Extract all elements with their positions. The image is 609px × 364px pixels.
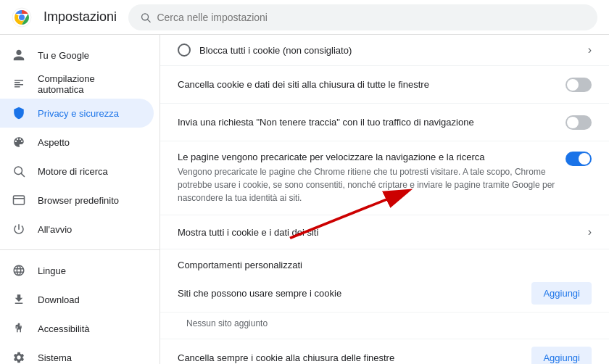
svg-point-2 bbox=[19, 15, 25, 20]
cancella-cookie-toggle[interactable] bbox=[566, 78, 592, 92]
accessibility-icon bbox=[12, 321, 26, 336]
cancella-chiusura-subsection: Cancella sempre i cookie alla chiusura d… bbox=[160, 339, 609, 364]
sidebar-label: All'avvio bbox=[38, 224, 72, 235]
page-title: Impostazioni bbox=[44, 9, 117, 25]
sidebar-label: Accessibilità bbox=[38, 323, 90, 334]
search-icon bbox=[12, 164, 26, 178]
subsection-label: Cancella sempre i cookie alla chiusura d… bbox=[178, 352, 531, 363]
sidebar-label: Compilazione automatica bbox=[38, 73, 142, 95]
sidebar-item-download[interactable]: Download bbox=[0, 285, 154, 314]
empty-text: Nessun sito aggiunto bbox=[160, 313, 609, 339]
globe-icon bbox=[12, 263, 26, 278]
sidebar-label: Tu e Google bbox=[38, 50, 89, 61]
svg-rect-7 bbox=[14, 196, 25, 204]
chevron-right-icon: › bbox=[588, 226, 592, 239]
cancella-cookie-row: Cancella cookie e dati dei siti alla chi… bbox=[160, 66, 609, 104]
svg-line-4 bbox=[148, 19, 151, 22]
subsection-label: Siti che possono usare sempre i cookie bbox=[178, 288, 531, 299]
sidebar-label: Download bbox=[38, 294, 80, 305]
siti-cookie-subsection: Siti che possono usare sempre i cookie A… bbox=[160, 275, 609, 313]
non-traccia-toggle[interactable] bbox=[566, 115, 592, 130]
link-label: Mostra tutti i cookie e i dati dei siti bbox=[178, 227, 588, 238]
sidebar-label: Motore di ricerca bbox=[38, 166, 108, 177]
sidebar-item-lingue[interactable]: Lingue bbox=[0, 256, 154, 285]
sidebar-item-tu-e-google[interactable]: Tu e Google bbox=[0, 41, 154, 70]
svg-line-6 bbox=[21, 173, 24, 176]
aggiungi-siti-button[interactable]: Aggiungi bbox=[531, 282, 592, 305]
power-icon bbox=[12, 222, 26, 236]
form-icon bbox=[12, 77, 26, 91]
header: Impostazioni bbox=[0, 0, 609, 35]
main-layout: Tu e Google Compilazione automatica Priv… bbox=[0, 35, 609, 364]
row-label: Cancella cookie e dati dei siti alla chi… bbox=[178, 79, 566, 90]
shield-icon bbox=[12, 106, 26, 120]
browser-icon bbox=[12, 193, 26, 207]
sidebar-label: Lingue bbox=[38, 265, 66, 276]
divider bbox=[0, 249, 160, 250]
blocca-cookie-row[interactable]: Blocca tutti i cookie (non consigliato) … bbox=[160, 35, 609, 66]
sidebar-item-allavvio[interactable]: All'avvio bbox=[0, 215, 154, 244]
search-input[interactable] bbox=[157, 12, 586, 23]
comportamenti-header: Comportamenti personalizzati bbox=[160, 249, 609, 275]
palette-icon bbox=[12, 135, 26, 149]
radio-label: Blocca tutti i cookie (non consigliato) bbox=[199, 45, 579, 56]
sidebar-item-privacy[interactable]: Privacy e sicurezza bbox=[0, 99, 154, 128]
sidebar-item-browser[interactable]: Browser predefinito bbox=[0, 186, 154, 215]
search-icon bbox=[140, 12, 151, 23]
chrome-logo bbox=[12, 7, 32, 28]
precaricamento-section: Le pagine vengono precaricate per veloci… bbox=[160, 141, 609, 215]
chevron-down-icon: › bbox=[588, 44, 592, 57]
row-label: Invia una richiesta "Non tenere traccia"… bbox=[178, 117, 566, 128]
aggiungi-cancella-button[interactable]: Aggiungi bbox=[531, 347, 592, 364]
sidebar-label: Sistema bbox=[38, 352, 72, 363]
radio-button[interactable] bbox=[178, 44, 191, 57]
sidebar-item-sistema[interactable]: Sistema bbox=[0, 343, 154, 364]
desc-title: Le pagine vengono precaricate per veloci… bbox=[178, 152, 557, 162]
non-traccia-row: Invia una richiesta "Non tenere traccia"… bbox=[160, 104, 609, 141]
sidebar-item-aspetto[interactable]: Aspetto bbox=[0, 128, 154, 157]
sidebar-label: Aspetto bbox=[38, 137, 70, 148]
settings-content: Blocca tutti i cookie (non consigliato) … bbox=[160, 35, 609, 364]
desc-sub: Vengono precaricate le pagine che Chrome… bbox=[178, 165, 557, 204]
sidebar-item-motore[interactable]: Motore di ricerca bbox=[0, 157, 154, 186]
mostra-cookie-row[interactable]: Mostra tutti i cookie e i dati dei siti … bbox=[160, 215, 609, 249]
settings-icon bbox=[12, 350, 26, 364]
search-bar[interactable] bbox=[128, 4, 597, 30]
sidebar-item-accessibilita[interactable]: Accessibilità bbox=[0, 314, 154, 343]
desc-text: Le pagine vengono precaricate per veloci… bbox=[178, 152, 557, 204]
sidebar: Tu e Google Compilazione automatica Priv… bbox=[0, 35, 160, 364]
person-icon bbox=[12, 48, 26, 62]
download-icon bbox=[12, 292, 26, 307]
sidebar-label: Browser predefinito bbox=[38, 195, 119, 206]
sidebar-label: Privacy e sicurezza bbox=[38, 108, 119, 119]
precaricamento-toggle[interactable] bbox=[566, 152, 592, 166]
sidebar-item-compilazione[interactable]: Compilazione automatica bbox=[0, 70, 154, 99]
content-wrapper: Blocca tutti i cookie (non consigliato) … bbox=[160, 35, 609, 364]
